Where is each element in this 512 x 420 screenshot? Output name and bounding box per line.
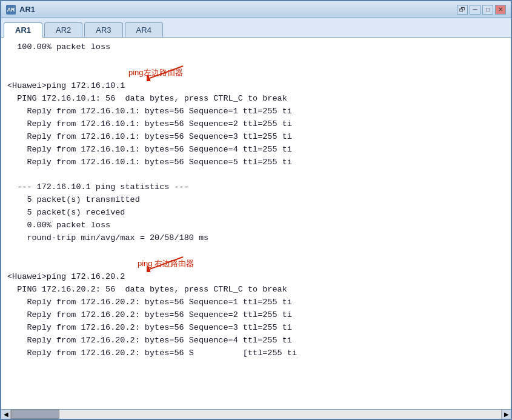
ping-cmd-2-line: <Huawei>ping 172.16.20.2 — [7, 271, 125, 284]
tab-ar3[interactable]: AR3 — [84, 22, 122, 37]
packet-loss-line: 100.00% packet loss — [7, 41, 505, 54]
terminal-output[interactable]: 100.00% packet loss ping左边路由器 <Huawei>pi… — [1, 38, 511, 409]
restore-button[interactable]: 🗗 — [457, 5, 468, 15]
tab-ar1[interactable]: AR1 — [4, 22, 42, 38]
stats-loss: 0.00% packet loss — [7, 219, 505, 232]
main-window: AR AR1 🗗 ─ □ ✕ AR1 AR2 AR3 AR4 100.00% p… — [0, 0, 512, 420]
ping1-reply3: Reply from 172.16.10.1: bytes=56 Sequenc… — [7, 131, 505, 144]
title-bar-left: AR AR1 — [6, 5, 35, 15]
blank-line-3 — [7, 245, 505, 258]
horizontal-scrollbar-track[interactable] — [11, 410, 501, 419]
ping-cmd-1-line: <Huawei>ping 172.16.10.1 — [7, 80, 125, 93]
ping1-reply2: Reply from 172.16.10.1: bytes=56 Sequenc… — [7, 118, 505, 131]
close-button[interactable]: ✕ — [495, 5, 506, 15]
cmd2-text: <Huawei>ping 172.16.20.2 — [7, 271, 125, 284]
tab-ar2[interactable]: AR2 — [44, 22, 82, 37]
ping1-header: PING 172.16.10.1: 56 data bytes, press C… — [7, 93, 505, 105]
stats-header: --- 172.16.10.1 ping statistics --- — [7, 181, 505, 194]
ping1-reply5: Reply from 172.16.10.1: bytes=56 Sequenc… — [7, 156, 505, 169]
blank-line — [7, 54, 505, 67]
window-title: AR1 — [19, 5, 35, 14]
ping1-reply4: Reply from 172.16.10.1: bytes=56 Sequenc… — [7, 144, 505, 156]
tab-ar4[interactable]: AR4 — [125, 22, 163, 37]
ping2-reply1: Reply from 172.16.20.2: bytes=56 Sequenc… — [7, 296, 505, 309]
footer-scrollbar[interactable]: ◀ ▶ — [1, 409, 511, 419]
ping2-reply2: Reply from 172.16.20.2: bytes=56 Sequenc… — [7, 309, 505, 322]
scroll-left-button[interactable]: ◀ — [1, 410, 11, 419]
minimize-button[interactable]: ─ — [470, 5, 480, 15]
tab-bar: AR1 AR2 AR3 AR4 — [1, 18, 511, 38]
blank-line-2 — [7, 168, 505, 181]
annotation-arrow-2 — [147, 254, 201, 272]
content-area: 100.00% packet loss ping左边路由器 <Huawei>pi… — [1, 38, 511, 409]
svg-line-1 — [150, 66, 183, 78]
stats-received: 5 packet(s) received — [7, 207, 505, 219]
window-icon: AR — [6, 5, 16, 15]
ping2-reply4: Reply from 172.16.20.2: bytes=56 Sequenc… — [7, 335, 505, 347]
ping1-reply1: Reply from 172.16.10.1: bytes=56 Sequenc… — [7, 105, 505, 118]
cmd1-text: <Huawei>ping 172.16.10.1 — [7, 80, 125, 93]
svg-line-3 — [150, 257, 183, 269]
ping2-reply3: Reply from 172.16.20.2: bytes=56 Sequenc… — [7, 322, 505, 335]
stats-transmitted: 5 packet(s) transmitted — [7, 194, 505, 207]
stats-rtt: round-trip min/avg/max = 20/58/180 ms — [7, 232, 505, 245]
horizontal-scrollbar-thumb[interactable] — [11, 410, 59, 419]
ping2-reply5: Reply from 172.16.20.2: bytes=56 S [ttl=… — [7, 347, 505, 360]
annotation-block-2: ping 右边路由器 <Huawei>ping 172.16.20.2 — [7, 258, 505, 284]
title-bar: AR AR1 🗗 ─ □ ✕ — [1, 1, 511, 18]
annotation-arrow-1 — [147, 63, 201, 81]
title-controls: 🗗 ─ □ ✕ — [457, 5, 506, 15]
maximize-button[interactable]: □ — [482, 5, 493, 15]
scroll-right-button[interactable]: ▶ — [501, 410, 511, 419]
ping2-header: PING 172.16.20.2: 56 data bytes, press C… — [7, 284, 505, 296]
annotation-block-1: ping左边路由器 <Huawei>ping 172.16.10.1 — [7, 67, 505, 93]
